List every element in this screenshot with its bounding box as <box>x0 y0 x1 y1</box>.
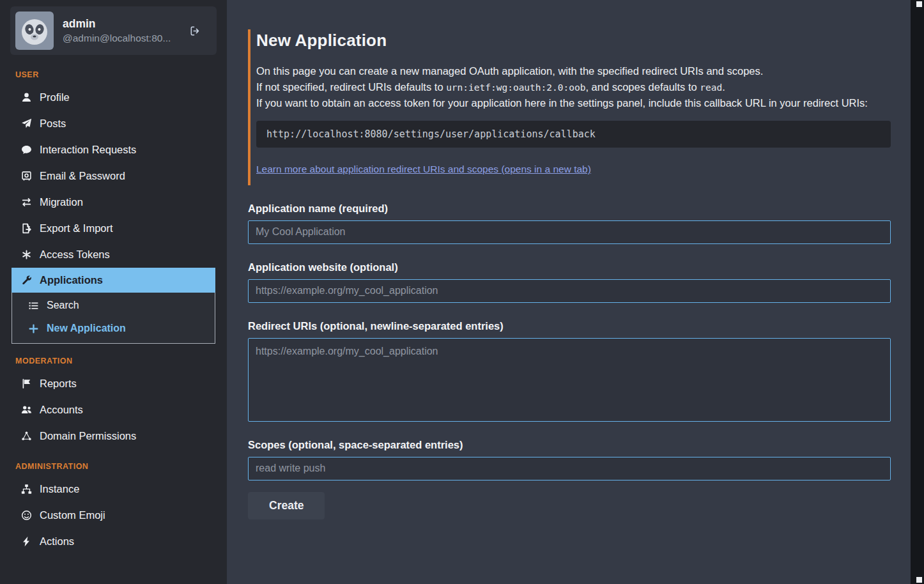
tools-icon <box>20 275 32 286</box>
section-header-administration: ADMINISTRATION <box>0 449 227 476</box>
sidebar-item-label: Reports <box>40 378 77 390</box>
redirect-uris-label: Redirect URIs (optional, newline-separat… <box>248 320 891 332</box>
scrollbar-thumb-bottom[interactable] <box>916 577 922 583</box>
sloth-avatar-image <box>15 12 54 50</box>
callback-url: http://localhost:8080/settings/user/appl… <box>266 128 596 140</box>
inline-code-oob: urn:ietf:wg:oauth:2.0:oob <box>446 82 585 93</box>
sidebar-item-email-password[interactable]: Email & Password <box>0 163 227 189</box>
avatar <box>15 12 54 50</box>
section-header-moderation: MODERATION <box>0 344 227 371</box>
inline-code-read: read <box>700 82 722 93</box>
sidebar-item-access-tokens[interactable]: Access Tokens <box>0 242 227 268</box>
application-name-label: Application name (required) <box>248 203 891 215</box>
scopes-label: Scopes (optional, space-separated entrie… <box>248 439 891 451</box>
users-icon <box>20 404 32 416</box>
asterisk-icon <box>20 249 32 261</box>
exchange-icon <box>20 197 32 208</box>
scopes-input[interactable] <box>248 457 891 480</box>
intro-line-1: On this page you can create a new manage… <box>256 63 891 79</box>
sidebar-item-label: Posts <box>40 118 66 130</box>
sitemap-icon <box>20 484 32 495</box>
scrollbar-thumb-top[interactable] <box>916 1 922 7</box>
sidebar-item-domain-permissions[interactable]: Domain Permissions <box>0 423 227 449</box>
main-panel: New Application On this page you can cre… <box>227 0 911 584</box>
sidebar-nav: USERProfilePostsInteraction RequestsEmai… <box>0 58 227 555</box>
new-application-page: New Application On this page you can cre… <box>248 29 891 519</box>
logout-icon <box>190 26 208 36</box>
submenu-applications: SearchNew Application <box>12 293 215 344</box>
sidebar-item-actions[interactable]: Actions <box>0 528 227 555</box>
sidebar-item-label: Export & Import <box>40 222 113 234</box>
sidebar-item-label: Interaction Requests <box>40 144 136 156</box>
bolt-icon <box>20 536 32 548</box>
sidebar-item-search[interactable]: Search <box>12 294 215 317</box>
sidebar-item-migration[interactable]: Migration <box>0 189 227 215</box>
file-export-icon <box>20 223 32 234</box>
sidebar-item-reports[interactable]: Reports <box>0 371 227 397</box>
intro-line-2-pre: If not specified, redirect URIs defaults… <box>256 81 446 93</box>
intro-line-3: If you want to obtain an access token fo… <box>256 95 891 111</box>
sidebar-item-label: Access Tokens <box>40 249 110 261</box>
page-title: New Application <box>256 31 891 50</box>
nav-group-applications: ApplicationsSearchNew Application <box>12 268 215 344</box>
sidebar-item-label: Search <box>47 300 79 311</box>
application-website-input[interactable] <box>248 279 891 303</box>
sidebar-item-custom-emoji[interactable]: Custom Emoji <box>0 502 227 528</box>
sidebar-item-label: Accounts <box>40 404 83 416</box>
sidebar-item-applications[interactable]: Applications <box>12 268 215 293</box>
sidebar-item-label: New Application <box>47 323 126 334</box>
user-icon <box>20 92 32 104</box>
page-scrollbar[interactable] <box>911 0 924 584</box>
comment-icon <box>20 144 32 156</box>
sidebar-item-label: Instance <box>40 483 79 495</box>
sidebar-item-label: Domain Permissions <box>40 430 136 442</box>
application-name-input[interactable] <box>248 220 891 244</box>
redirect-uris-textarea[interactable] <box>248 338 891 422</box>
user-handle: @admin@localhost:80... <box>63 33 171 44</box>
list-icon <box>27 300 39 311</box>
create-button[interactable]: Create <box>248 492 325 519</box>
sidebar-item-profile[interactable]: Profile <box>0 84 227 111</box>
sidebar-item-label: Profile <box>40 91 70 104</box>
sidebar-item-label: Actions <box>40 535 74 548</box>
callback-url-box: http://localhost:8080/settings/user/appl… <box>256 121 891 148</box>
settings-app: admin @admin@localhost:80... USERProfile… <box>0 0 924 584</box>
vault-icon <box>20 171 32 182</box>
sidebar-item-label: Migration <box>40 196 83 208</box>
sidebar-item-instance[interactable]: Instance <box>0 476 227 502</box>
logout-button[interactable] <box>190 22 208 40</box>
sidebar-item-label: Email & Password <box>40 170 125 182</box>
intro-line-2-post: . <box>722 81 725 93</box>
sidebar-item-new-application[interactable]: New Application <box>12 317 215 340</box>
sidebar-item-interaction-requests[interactable]: Interaction Requests <box>0 137 227 163</box>
sidebar-item-label: Custom Emoji <box>40 509 105 521</box>
user-card[interactable]: admin @admin@localhost:80... <box>10 6 217 55</box>
sidebar-item-posts[interactable]: Posts <box>0 111 227 137</box>
application-website-label: Application website (optional) <box>248 261 891 273</box>
user-name: admin <box>63 17 171 31</box>
learn-more-link[interactable]: Learn more about application redirect UR… <box>256 164 591 175</box>
flag-icon <box>20 378 32 390</box>
network-icon <box>20 431 32 442</box>
paper-plane-icon <box>20 118 32 130</box>
new-application-form: Application name (required) Application … <box>248 203 891 519</box>
section-header-user: USER <box>0 58 227 84</box>
sidebar-item-export-import[interactable]: Export & Import <box>0 215 227 242</box>
oauth-info-block: New Application On this page you can cre… <box>248 29 891 185</box>
smiley-icon <box>20 510 32 521</box>
sidebar-item-label: Applications <box>40 274 103 286</box>
plus-icon <box>27 323 39 334</box>
intro-line-2-mid: , and scopes defaults to <box>585 81 700 93</box>
sidebar-item-accounts[interactable]: Accounts <box>0 397 227 423</box>
intro-line-2: If not specified, redirect URIs defaults… <box>256 79 891 96</box>
user-meta: admin @admin@localhost:80... <box>63 17 171 44</box>
sidebar: admin @admin@localhost:80... USERProfile… <box>0 0 227 584</box>
